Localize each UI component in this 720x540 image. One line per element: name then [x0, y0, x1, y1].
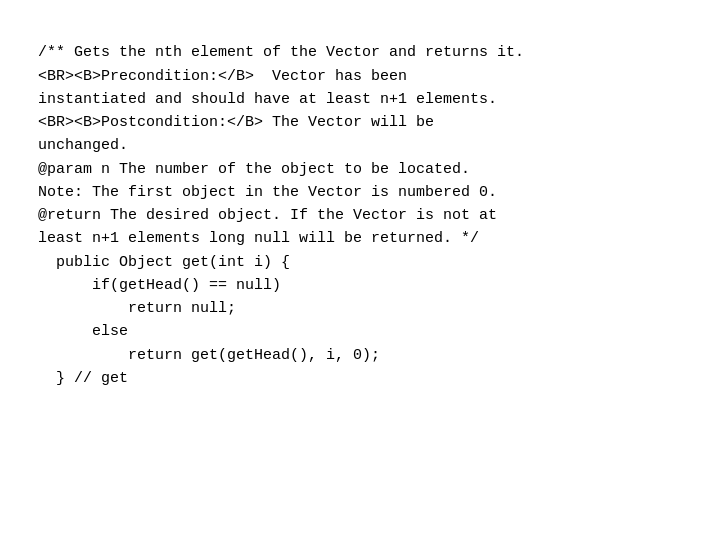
code-line-1: /** Gets the nth element of the Vector a…	[20, 44, 524, 387]
code-block: /** Gets the nth element of the Vector a…	[0, 0, 720, 540]
